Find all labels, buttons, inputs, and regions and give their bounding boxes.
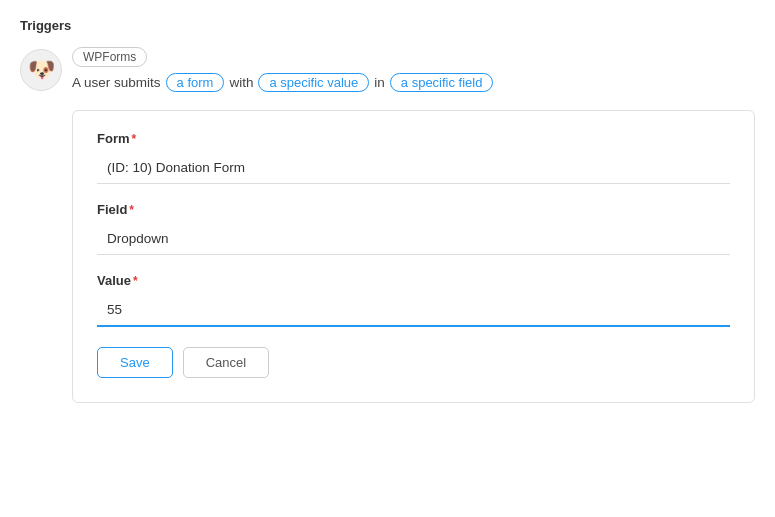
form-label: Form * [97, 131, 730, 146]
avatar-icon: 🐶 [28, 57, 55, 83]
avatar: 🐶 [20, 49, 62, 91]
trigger-info: WPForms A user submits a form with a spe… [72, 47, 493, 92]
sentence-connector2: in [374, 75, 385, 90]
field-label: Field * [97, 202, 730, 217]
value-label: Value * [97, 273, 730, 288]
trigger-header: 🐶 WPForms A user submits a form with a s… [20, 47, 755, 92]
value-required-star: * [133, 274, 138, 288]
cancel-button[interactable]: Cancel [183, 347, 269, 378]
page-container: Triggers 🐶 WPForms A user submits a form… [0, 0, 775, 517]
save-button[interactable]: Save [97, 347, 173, 378]
plugin-badge[interactable]: WPForms [72, 47, 147, 67]
form-actions: Save Cancel [97, 347, 730, 378]
sentence-connector1: with [229, 75, 253, 90]
section-title: Triggers [20, 18, 755, 33]
value-input[interactable] [97, 294, 730, 327]
field-field-group: Field * [97, 202, 730, 255]
form-required-star: * [132, 132, 137, 146]
field-required-star: * [129, 203, 134, 217]
form-card: Form * Field * Value * Save Cancel [72, 110, 755, 403]
form-pill[interactable]: a form [166, 73, 225, 92]
specific-value-pill[interactable]: a specific value [258, 73, 369, 92]
sentence-prefix: A user submits [72, 75, 161, 90]
trigger-sentence: A user submits a form with a specific va… [72, 73, 493, 92]
field-input[interactable] [97, 223, 730, 255]
form-field-group: Form * [97, 131, 730, 184]
specific-field-pill[interactable]: a specific field [390, 73, 494, 92]
form-input[interactable] [97, 152, 730, 184]
value-field-group: Value * [97, 273, 730, 327]
